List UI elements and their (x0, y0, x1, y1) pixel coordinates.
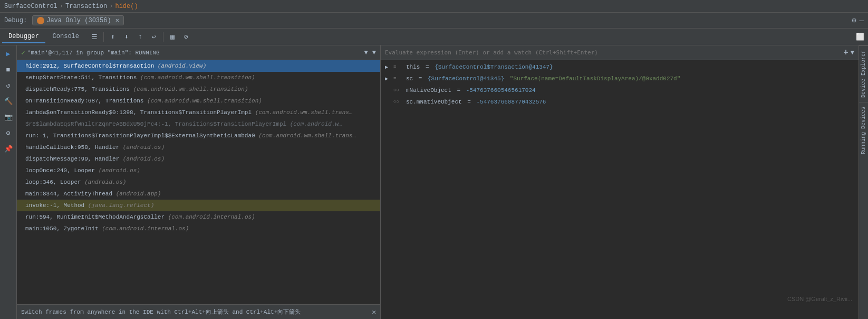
eval-bar: + ▼ (381, 45, 859, 60)
var-expand-placeholder (385, 88, 391, 93)
thread-check-icon: ✓ (21, 49, 25, 57)
sidebar-resume-icon[interactable]: ▶ (2, 48, 15, 60)
frame-item[interactable]: loop:346, Looper (android.os) (17, 176, 380, 188)
frame-item[interactable]: onTransitionReady:687, Transitions (com.… (17, 95, 380, 107)
thread-info: ✓ *main*@41,117 in group "main": RUNNING (21, 49, 362, 57)
eval-add-button[interactable]: + (843, 48, 848, 58)
frame-item[interactable]: hide:2912, SurfaceControl$Transaction (a… (17, 60, 380, 72)
var-item-sc-mnativeobject[interactable]: ○○ sc.mNativeObject = -54763766087704325… (381, 96, 859, 108)
toolbar-icons: ☰ ⬆ ⬇ ↑ ↩ ▦ ⊘ (89, 31, 192, 43)
breadcrumb-current: hide() (115, 3, 138, 10)
session-label: Java Only (30356) (46, 17, 111, 24)
status-bar: Switch frames from anywhere in the IDE w… (17, 304, 380, 319)
right-tab-running-devices[interactable]: Running Devices (859, 102, 868, 158)
right-sidebar: Device Explorer Running Devices (859, 45, 868, 319)
var-item-sc[interactable]: ▶ ≡ sc = {SurfaceControl@41345} "Surface… (381, 73, 859, 85)
debug-label: Debug: (4, 17, 27, 24)
tab-bar: Debugger Console ☰ ⬆ ⬇ ↑ ↩ ▦ ⊘ ⬜ (0, 29, 868, 45)
thread-dropdown-icon[interactable]: ▼ (372, 49, 376, 57)
settings-icon[interactable]: ⚙ (852, 16, 856, 25)
toolbar-step-out-btn[interactable]: ↑ (134, 31, 146, 43)
breadcrumb-bar: SurfaceControl › Transaction › hide() (0, 0, 868, 13)
thread-name: *main*@41,117 in group "main": RUNNING (27, 50, 160, 56)
toolbar-layout-icon[interactable]: ☰ (89, 31, 100, 43)
left-sidebar: ▶ ■ ↺ 🔨 📷 ⚙ 📌 (0, 45, 17, 319)
toolbar-frames-btn[interactable]: ▦ (167, 31, 178, 43)
var-expand-icon[interactable]: ▶ (385, 76, 391, 82)
close-session-button[interactable]: ✕ (115, 16, 119, 24)
sidebar-camera-icon[interactable]: 📷 (2, 111, 15, 124)
watermark: CSDN @Geralt_z_Rivii... (787, 296, 852, 302)
status-close-button[interactable]: ✕ (372, 308, 376, 316)
sidebar-settings-icon[interactable]: ⚙ (2, 127, 15, 139)
frame-item[interactable]: main:1050, ZygoteInit (com.android.inter… (17, 223, 380, 234)
status-text: Switch frames from anywhere in the IDE w… (21, 308, 369, 316)
sidebar-build-icon[interactable]: 🔨 (2, 95, 15, 108)
var-type-icon: ≡ (393, 76, 404, 81)
filter-icon[interactable]: ▼ (364, 49, 368, 57)
sidebar-rerun-icon[interactable]: ↺ (2, 79, 15, 92)
frame-item[interactable]: lambda$onTransitionReady$0:1398, Transit… (17, 107, 380, 118)
frames-list[interactable]: hide:2912, SurfaceControl$Transaction (a… (17, 60, 380, 304)
eval-input[interactable] (385, 49, 841, 56)
toolbar-mute-btn[interactable]: ⊘ (180, 31, 192, 43)
debug-bar: Debug: Java Only (30356) ✕ ⚙ — (0, 13, 868, 29)
debug-session[interactable]: Java Only (30356) ✕ (32, 15, 124, 25)
breadcrumb-sep1: › (60, 3, 63, 10)
frame-item[interactable]: setupStartState:511, Transitions (com.an… (17, 72, 380, 83)
minimize-icon[interactable]: — (860, 16, 864, 25)
breadcrumb-middle[interactable]: Transaction (65, 3, 107, 10)
var-circle-icon: ○○ (393, 99, 404, 105)
main-content: ▶ ■ ↺ 🔨 📷 ⚙ 📌 ✓ *main*@41,117 in group "… (0, 45, 868, 319)
bug-icon (37, 17, 44, 24)
variables-panel: + ▼ ▶ ≡ this = {SurfaceControl$Transacti… (381, 45, 859, 319)
var-expand-icon[interactable]: ▶ (385, 64, 391, 70)
breadcrumb-root[interactable]: SurfaceControl (4, 3, 57, 10)
frame-item[interactable]: dispatchReady:775, Transitions (com.andr… (17, 83, 380, 95)
frame-item[interactable]: dispatchMessage:99, Handler (android.os) (17, 153, 380, 165)
toolbar-step-over-btn[interactable]: ⬆ (107, 31, 119, 43)
right-tab-device-explorer[interactable]: Device Explorer (859, 45, 868, 102)
breadcrumb-sep2: › (109, 3, 113, 10)
frame-item[interactable]: main:8344, ActivityThread (android.app) (17, 188, 380, 200)
frame-item[interactable]: $r8$lambda$qsRfWn1ltrZqnFeABBdxU50jPc4:-… (17, 118, 380, 130)
var-item-mnativeobject[interactable]: ○○ mNativeObject = -5476376605465617024 (381, 85, 859, 96)
frames-panel: ✓ *main*@41,117 in group "main": RUNNING… (17, 45, 381, 319)
frame-item[interactable]: loopOnce:240, Looper (android.os) (17, 165, 380, 176)
var-circle-icon: ○○ (393, 88, 404, 93)
var-expand-placeholder (385, 99, 391, 105)
tab-debugger[interactable]: Debugger (2, 31, 45, 43)
frame-item[interactable]: handleCallback:958, Handler (android.os) (17, 142, 380, 153)
sidebar-pin-icon[interactable]: 📌 (2, 143, 15, 155)
frame-item[interactable]: run:-1, Transitions$TransitionPlayerImpl… (17, 130, 380, 142)
frame-item[interactable]: run:594, RuntimeInit$MethodAndArgsCaller… (17, 211, 380, 223)
variables-list: ▶ ≡ this = {SurfaceControl$Transaction@4… (381, 60, 859, 319)
toolbar-step-into-btn[interactable]: ⬇ (121, 31, 132, 43)
sidebar-stop-icon[interactable]: ■ (2, 63, 15, 76)
frame-item[interactable]: invoke:-1, Method (java.lang.reflect) (17, 200, 380, 211)
var-type-icon: ≡ (393, 64, 404, 70)
tab-console[interactable]: Console (46, 31, 85, 43)
frames-header: ✓ *main*@41,117 in group "main": RUNNING… (17, 45, 380, 60)
toolbar-restore-btn[interactable]: ⬜ (854, 31, 866, 43)
toolbar-run-to-cursor-btn[interactable]: ↩ (148, 31, 160, 43)
eval-dropdown-icon[interactable]: ▼ (851, 49, 854, 57)
var-item-this[interactable]: ▶ ≡ this = {SurfaceControl$Transaction@4… (381, 61, 859, 73)
